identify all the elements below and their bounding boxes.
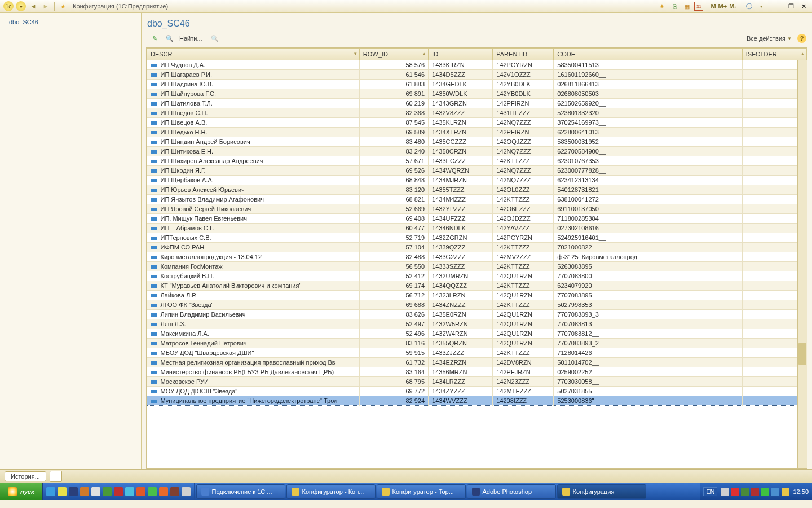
taskbar-task[interactable]: Конфигурация — [557, 484, 646, 499]
calc-icon[interactable]: ▦ — [682, 1, 692, 11]
table-row[interactable]: ИП Шедько Н.Н.69 5891434XTRZN142PFIRZN62… — [147, 128, 807, 137]
sidebar-link-dbo-sc46[interactable]: dbo_SC46 — [0, 13, 141, 25]
table-row[interactable]: Московское РУИ68 7951434LRZZZ142N23ZZZ77… — [147, 377, 807, 387]
tray-icon[interactable] — [731, 488, 739, 496]
table-row[interactable]: ИП Швецов А.В.87 5451435KLRZN142NQ7ZZZ37… — [147, 118, 807, 128]
table-row[interactable]: Министерство финансов РБ(ГБУЗ РБ Давлека… — [147, 367, 807, 377]
all-actions-button[interactable]: Все действия ▼ — [747, 35, 792, 42]
table-row[interactable]: ИП__Абрамов С.Г.60 47714346NDLK142YAVZZZ… — [147, 224, 807, 233]
ql-icon[interactable] — [91, 487, 100, 496]
tray-icon[interactable] — [751, 488, 759, 496]
ql-icon[interactable] — [80, 487, 89, 496]
history-button[interactable]: История... — [5, 471, 46, 481]
taskbar-task[interactable]: Adobe Photoshop — [467, 484, 556, 499]
taskbar-task[interactable]: Конфигуратор - Тор... — [377, 484, 466, 499]
table-row[interactable]: Местная религиозная организация правосла… — [147, 358, 807, 367]
col-descr[interactable]: DESCR▾ — [147, 49, 360, 60]
table-row[interactable]: ИП Янзытов Владимир Агафонович68 8211434… — [147, 195, 807, 204]
language-indicator[interactable]: EN — [703, 487, 717, 496]
ql-icon[interactable] — [69, 487, 78, 496]
minimize-icon[interactable]: — — [774, 1, 784, 11]
scrollbar[interactable] — [797, 60, 807, 468]
table-row[interactable]: Компания ГосМонтаж56 55014333SZZZ142KTTZ… — [147, 262, 807, 271]
table-row[interactable]: ИП Шкодин Я.Г.69 5261434WQRZN142NQ7ZZZ62… — [147, 166, 807, 176]
calendar-icon[interactable]: 31 — [694, 2, 703, 11]
tray-icon[interactable] — [741, 488, 749, 496]
table-row[interactable]: Кировметаллопродукция - 13.04.1282 48814… — [147, 252, 807, 262]
link-icon[interactable]: ⎘ — [669, 1, 679, 11]
table-row[interactable]: ИП Шиндин Андрей Борисович83 4801435CCZZ… — [147, 137, 807, 147]
ql-icon[interactable] — [46, 487, 55, 496]
table-row[interactable]: Кострубицкий В.П.52 4121432UMRZN142QU1RZ… — [147, 271, 807, 281]
table-row[interactable]: ЛГОО ФК "Звезда"69 6881434ZNZZZ142KTTZZZ… — [147, 300, 807, 310]
clear-search-icon[interactable]: 🔍 — [210, 33, 220, 43]
table-row[interactable]: Лайкова Л.Р.56 71214323LRZN142QU1RZN7707… — [147, 291, 807, 300]
table-row[interactable]: ИП Шихирев Александр Андреевич57 6711433… — [147, 156, 807, 166]
table-row[interactable]: ИП. Мищук Павел Евгеньевич69 4081434UFZZ… — [147, 214, 807, 224]
data-grid[interactable]: DESCR▾ ROW_ID▴ ID PARENTID CODE ISFOLDER… — [146, 47, 807, 469]
search-icon[interactable]: 🔍 — [165, 33, 175, 43]
table-row[interactable]: ИП Шайнурова Г.С.69 89114350WDLK142YB0DL… — [147, 89, 807, 99]
back-icon[interactable]: ◄ — [28, 1, 39, 11]
ql-icon[interactable] — [125, 487, 134, 496]
table-row[interactable]: ИПТерновых С.В.52 7191432ZGRZN142PCYRZN5… — [147, 233, 807, 243]
restore-icon[interactable]: ❐ — [786, 1, 796, 11]
table-row[interactable]: ИФПМ СО РАН57 10414339QZZZ142KTTZZZ70210… — [147, 243, 807, 252]
table-row[interactable]: Муниципальное предприятие "Нижегородэлек… — [147, 396, 807, 406]
col-code[interactable]: CODE — [554, 49, 742, 60]
app-icon[interactable]: 1c — [3, 1, 14, 11]
ql-icon[interactable] — [103, 487, 112, 496]
ql-icon[interactable] — [58, 487, 67, 496]
help-icon[interactable]: ? — [797, 34, 806, 43]
find-button[interactable]: Найти... — [179, 35, 202, 42]
table-row[interactable]: ИП Шатилова Т.Л.60 21914343GRZN142PFIRZN… — [147, 99, 807, 108]
fav-star-icon[interactable]: ★ — [657, 1, 667, 11]
table-row[interactable]: МБОУ ДОД "Шварцевская ДШИ"59 9151433ZJZZ… — [147, 348, 807, 358]
table-row[interactable]: Максимкина Л.А.52 4961432W4RZN142QU1RZN7… — [147, 329, 807, 339]
start-button[interactable]: пуск — [0, 483, 43, 500]
ql-icon[interactable] — [148, 487, 157, 496]
star-icon[interactable]: ★ — [58, 1, 69, 11]
ql-icon[interactable] — [114, 487, 123, 496]
tray-icon[interactable] — [771, 488, 779, 496]
col-rowid[interactable]: ROW_ID▴ — [359, 49, 428, 60]
taskbar-task[interactable]: Подключение к 1С ... — [196, 484, 285, 499]
info-dropdown-icon[interactable]: ▾ — [756, 1, 766, 11]
table-row[interactable]: КТ "Муравьев Анатолий Викторович и компа… — [147, 281, 807, 291]
table-row[interactable]: ИП Шадрина Ю.В.61 8831434GEDLK142YB0DLK0… — [147, 80, 807, 89]
taskbar-task[interactable]: Конфигуратор - Кон... — [286, 484, 376, 499]
table-row[interactable]: ИП Шагараев Р.И.61 5461434D5ZZZ142V1OZZZ… — [147, 70, 807, 80]
table-row[interactable]: ИП Яровой Сергей Николаевич52 6691432YPZ… — [147, 204, 807, 214]
table-row[interactable]: ИП Юрьев Алексей Юрьевич83 12014355TZZZ1… — [147, 185, 807, 195]
table-row[interactable]: ИП Шитикова Е.Н.83 24014358CRZN142NQ7ZZZ… — [147, 147, 807, 156]
table-row[interactable]: Липин Владимир Васильевич83 6261435E0RZN… — [147, 310, 807, 319]
m-button[interactable]: M — [710, 3, 716, 10]
forward-icon[interactable]: ► — [40, 1, 51, 11]
table-row[interactable]: ИП Чуднов Д.А.58 5761433KIRZN142PCYRZN58… — [147, 60, 807, 70]
tray-icon[interactable] — [761, 488, 769, 496]
table-row[interactable]: Ляш Л.З.52 4971432W5RZN142QU1RZN77070838… — [147, 319, 807, 329]
ql-icon[interactable] — [182, 487, 191, 496]
dropdown-icon[interactable]: ▾ — [16, 1, 26, 11]
col-parentid[interactable]: PARENTID — [493, 49, 554, 60]
table-row[interactable]: МОУ ДОД ДЮСШ "Звезда"69 7721434ZYZZZ142M… — [147, 387, 807, 396]
ql-icon[interactable] — [159, 487, 168, 496]
close-icon[interactable]: ✕ — [798, 1, 809, 11]
mminus-button[interactable]: M- — [729, 3, 736, 10]
mplus-button[interactable]: M+ — [718, 3, 727, 10]
tray-icon[interactable] — [782, 488, 789, 496]
scroll-thumb[interactable] — [798, 343, 806, 365]
tray-icon[interactable] — [721, 488, 729, 496]
task-label: Конфигуратор - Кон... — [302, 488, 364, 495]
info-icon[interactable]: ⓘ — [744, 1, 754, 11]
clock[interactable]: 12:50 — [793, 488, 809, 495]
statusbar-button[interactable] — [50, 471, 62, 482]
edit-icon[interactable]: ✎ — [149, 33, 160, 43]
table-row[interactable]: Матросов Геннадий Петрович83 11614355QRZ… — [147, 339, 807, 348]
ql-icon[interactable] — [170, 487, 179, 496]
table-row[interactable]: ИП Шведов С.П.82 3681432V8ZZZ1431HEZZZ52… — [147, 108, 807, 118]
table-row[interactable]: ИП Щербаков А.А.68 8481434MJRZN142NQ7ZZZ… — [147, 176, 807, 185]
col-id[interactable]: ID — [429, 49, 493, 60]
col-isfolder[interactable]: ISFOLDER▴ — [742, 49, 806, 60]
ql-icon[interactable] — [136, 487, 145, 496]
